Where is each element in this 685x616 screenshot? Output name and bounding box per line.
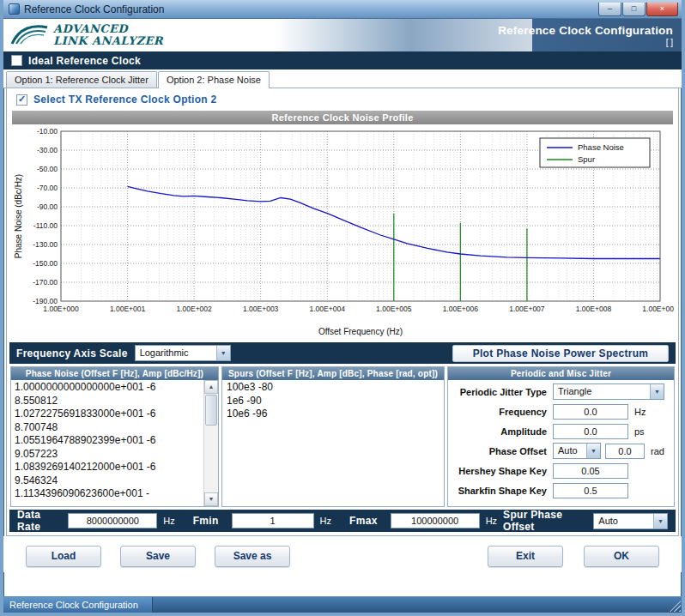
- svg-text:1.00E+005: 1.00E+005: [376, 305, 412, 313]
- periodic-jitter-type-dropdown[interactable]: Triangle ▼: [553, 383, 664, 400]
- brand-logo: ADVANCED LINK ANALYZER: [10, 23, 163, 47]
- exit-button[interactable]: Exit: [488, 546, 563, 567]
- status-text: Reference Clock Configuration: [3, 597, 153, 613]
- phase-noise-list[interactable]: 1.0000000000000000e+001 -68.550812 1.027…: [11, 380, 162, 506]
- select-tx-option2-checkbox[interactable]: ✓: [16, 94, 27, 106]
- frequency-axis-scale-dropdown[interactable]: Logarithmic ▼: [135, 345, 231, 361]
- periodic-misc-jitter-panel: Periodic and Misc Jitter Periodic Jitter…: [447, 366, 675, 507]
- tab-strip: Option 1: Reference Clock Jitter Option …: [3, 69, 682, 88]
- brand-line1: ADVANCED: [53, 23, 163, 35]
- ideal-reference-clock-bar: Ideal Reference Clock: [3, 51, 682, 69]
- phase-noise-list-panel: Phase Noise (Offset F [Hz], Amp [dBc/Hz]…: [10, 366, 219, 507]
- phase-noise-tab-panel: ✓ Select TX Reference Clock Option 2 Ref…: [6, 88, 679, 536]
- dialog-buttons-row: Load Save Save as Exit OK: [3, 536, 682, 572]
- close-button[interactable]: ×: [646, 3, 678, 16]
- svg-text:Phase Noise: Phase Noise: [578, 142, 624, 152]
- svg-text:-150.00: -150.00: [33, 259, 58, 268]
- ideal-reference-clock-checkbox[interactable]: [11, 55, 22, 66]
- chart-title-bar: Reference Clock Noise Profile: [12, 111, 673, 124]
- window-title: Reference Clock Configuration: [24, 3, 597, 15]
- jitter-amplitude-label: Amplitude: [453, 426, 553, 437]
- svg-text:Offset Frequency (Hz): Offset Frequency (Hz): [318, 327, 403, 336]
- svg-text:-110.00: -110.00: [33, 221, 58, 230]
- phase-offset-input[interactable]: [605, 444, 645, 459]
- fmax-label: Fmax: [349, 515, 378, 527]
- jitter-amplitude-unit: ps: [634, 426, 645, 437]
- svg-text:Spur: Spur: [578, 154, 595, 164]
- jitter-frequency-unit: Hz: [634, 407, 646, 417]
- spurs-list[interactable]: 100e3 -80 1e6 -90 10e6 -96: [222, 380, 444, 421]
- spur-phase-offset-dropdown[interactable]: Auto ▼: [593, 513, 668, 529]
- tab-option2-phase-noise[interactable]: Option 2: Phase Noise: [158, 71, 270, 88]
- svg-text:1.00E+001: 1.00E+001: [110, 305, 146, 313]
- fmin-input[interactable]: [232, 513, 314, 528]
- status-bar: Reference Clock Configuration: [3, 596, 682, 613]
- spur-phase-offset-label: Spur Phase Offset: [503, 509, 587, 533]
- jitter-amplitude-input[interactable]: [553, 424, 628, 439]
- svg-text:1.00E+007: 1.00E+007: [509, 305, 545, 313]
- data-rate-input[interactable]: [68, 513, 157, 528]
- sharkfin-shape-key-label: Sharkfin Shape Key: [453, 486, 553, 496]
- chevron-down-icon: ▼: [653, 514, 667, 528]
- maximize-button[interactable]: □: [622, 3, 646, 16]
- scrollbar-thumb[interactable]: [205, 395, 217, 426]
- fmin-label: Fmin: [193, 515, 219, 527]
- data-rate-label: Data Rate: [17, 509, 62, 533]
- svg-text:1.00E+003: 1.00E+003: [243, 305, 279, 313]
- sharkfin-shape-key-input[interactable]: [553, 483, 628, 498]
- svg-text:Phase Noise (dBc/Hz): Phase Noise (dBc/Hz): [14, 174, 23, 258]
- scroll-up-icon[interactable]: ▲: [204, 380, 218, 394]
- save-button[interactable]: Save: [120, 546, 196, 567]
- frequency-axis-scale-bar: Frequency Axis Scale Logarithmic ▼ Plot …: [9, 342, 676, 364]
- frequency-axis-scale-value: Logarithmic: [136, 346, 216, 360]
- spurs-list-panel: Spurs (Offset F [Hz], Amp [dBc], Phase […: [221, 366, 445, 507]
- svg-text:-50.00: -50.00: [37, 165, 58, 173]
- phase-noise-scrollbar[interactable]: ▲ ▼: [203, 380, 218, 506]
- select-tx-option2-label: Select TX Reference Clock Option 2: [33, 94, 217, 106]
- load-button[interactable]: Load: [26, 546, 101, 567]
- periodic-jitter-type-label: Periodic Jitter Type: [453, 387, 553, 397]
- phase-offset-unit: rad: [651, 446, 664, 456]
- svg-text:-90.00: -90.00: [37, 202, 58, 211]
- resize-grip[interactable]: [670, 601, 681, 612]
- svg-text:1.00E+008: 1.00E+008: [576, 305, 612, 313]
- phase-offset-mode-dropdown[interactable]: Auto ▼: [553, 443, 601, 459]
- scroll-down-icon[interactable]: ▼: [204, 492, 218, 506]
- periodic-misc-jitter-header: Periodic and Misc Jitter: [448, 367, 674, 380]
- reference-clock-noise-chart: 1.00E+0001.00E+0011.00E+0021.00E+0031.00…: [11, 124, 674, 341]
- svg-text:1.00E+009: 1.00E+009: [642, 305, 674, 313]
- phase-offset-mode-value: Auto: [554, 444, 586, 458]
- header-band: ADVANCED LINK ANALYZER Reference Clock C…: [3, 19, 682, 51]
- save-as-button[interactable]: Save as: [215, 546, 290, 567]
- svg-text:-190.00: -190.00: [33, 297, 58, 305]
- check-icon: ✓: [18, 94, 26, 104]
- plot-phase-noise-power-spectrum-button[interactable]: Plot Phase Noise Power Spectrum: [452, 345, 669, 362]
- minimize-button[interactable]: –: [598, 3, 621, 16]
- jitter-frequency-label: Frequency: [453, 407, 553, 417]
- data-rate-bar: Data Rate Hz Fmin Hz Fmax Hz Spur Phase …: [9, 510, 676, 532]
- hershey-shape-key-label: Hershey Shape Key: [453, 466, 553, 476]
- title-bar[interactable]: Reference Clock Configuration – □ ×: [3, 0, 682, 19]
- hershey-shape-key-input[interactable]: [553, 463, 628, 479]
- fmax-unit: Hz: [486, 516, 497, 526]
- chevron-down-icon: ▼: [586, 444, 600, 458]
- jitter-frequency-input[interactable]: [553, 404, 628, 420]
- ok-button[interactable]: OK: [584, 546, 659, 567]
- svg-text:1.00E+004: 1.00E+004: [310, 305, 346, 313]
- svg-text:-30.00: -30.00: [37, 146, 58, 154]
- spur-phase-offset-value: Auto: [594, 514, 653, 528]
- chevron-down-icon: ▼: [216, 346, 230, 360]
- data-rate-unit: Hz: [163, 516, 174, 526]
- frequency-axis-scale-label: Frequency Axis Scale: [16, 347, 128, 359]
- chevron-down-icon: ▼: [650, 384, 664, 399]
- ideal-reference-clock-label: Ideal Reference Clock: [28, 55, 141, 67]
- app-icon: [9, 3, 20, 15]
- page-subtitle: [ ]: [498, 38, 673, 47]
- phase-offset-label: Phase Offset: [453, 446, 553, 456]
- brand-line2: LINK ANALYZER: [53, 35, 163, 47]
- fmax-input[interactable]: [391, 513, 480, 528]
- phase-noise-list-header: Phase Noise (Offset F [Hz], Amp [dBc/Hz]…: [11, 367, 218, 380]
- svg-text:-130.00: -130.00: [33, 240, 58, 249]
- tab-option1-reference-clock-jitter[interactable]: Option 1: Reference Clock Jitter: [6, 71, 157, 88]
- svg-text:1.00E+000: 1.00E+000: [43, 305, 79, 313]
